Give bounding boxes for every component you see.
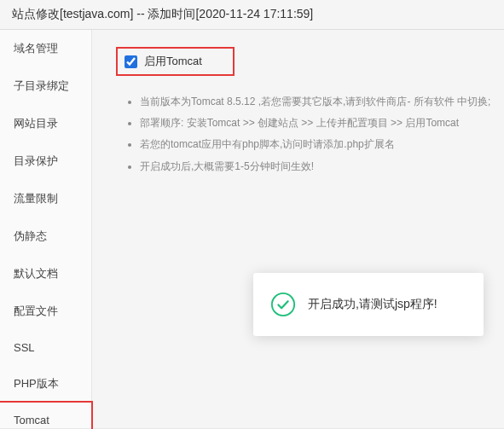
notes-list: 当前版本为Tomcat 8.5.12 ,若您需要其它版本,请到软件商店- 所有软… [116,91,504,177]
dialog-title: 站点修改[testjava.com] -- 添加时间[2020-11-24 17… [12,7,313,20]
tomcat-panel: 启用Tomcat 当前版本为Tomcat 8.5.12 ,若您需要其它版本,请到… [92,30,504,428]
sidebar-item-tomcat[interactable]: Tomcat [0,401,93,429]
note-item: 当前版本为Tomcat 8.5.12 ,若您需要其它版本,请到软件商店- 所有软… [140,91,504,113]
dialog-body: 域名管理 子目录绑定 网站目录 目录保护 流量限制 伪静态 默认文档 配置文件 … [0,30,504,428]
sidebar-item-ratelimit[interactable]: 流量限制 [0,180,91,217]
sidebar-item-label: 域名管理 [14,42,58,55]
sidebar-item-php[interactable]: PHP版本 [0,365,91,403]
sidebar-item-label: 伪静态 [14,229,47,242]
sidebar-item-label: 目录保护 [14,154,58,167]
sidebar-item-rewrite[interactable]: 伪静态 [0,217,91,255]
sidebar-item-dirprotect[interactable]: 目录保护 [0,142,91,180]
success-check-icon [270,292,296,317]
sidebar: 域名管理 子目录绑定 网站目录 目录保护 流量限制 伪静态 默认文档 配置文件 … [0,30,92,428]
sidebar-item-ssl[interactable]: SSL [0,330,91,365]
note-item: 若您的tomcat应用中有php脚本,访问时请添加.php扩展名 [140,134,504,155]
sidebar-item-sitedir[interactable]: 网站目录 [0,105,91,142]
enable-tomcat-checkbox[interactable] [125,55,137,68]
sidebar-item-config[interactable]: 配置文件 [0,293,91,330]
sidebar-item-label: 网站目录 [14,117,58,130]
sidebar-item-label: 子目录绑定 [14,79,69,92]
sidebar-item-subdir[interactable]: 子目录绑定 [0,67,91,105]
sidebar-item-label: 默认文档 [14,267,58,280]
sidebar-item-defaultdoc[interactable]: 默认文档 [0,255,91,293]
dialog-header: 站点修改[testjava.com] -- 添加时间[2020-11-24 17… [0,0,504,30]
enable-tomcat-row: 启用Tomcat [116,47,235,76]
sidebar-item-label: Tomcat [14,414,49,426]
toast-message: 开启成功,请测试jsp程序! [308,297,437,312]
enable-tomcat-label: 启用Tomcat [144,54,202,69]
note-item: 开启成功后,大概需要1-5分钟时间生效! [140,156,504,177]
success-toast: 开启成功,请测试jsp程序! [253,273,484,336]
sidebar-item-label: PHP版本 [14,377,59,390]
sidebar-item-domain[interactable]: 域名管理 [0,30,91,67]
sidebar-item-label: 流量限制 [14,192,58,205]
sidebar-item-label: 配置文件 [14,304,58,317]
sidebar-item-label: SSL [14,341,35,354]
note-item: 部署顺序: 安装Tomcat >> 创建站点 >> 上传并配置项目 >> 启用T… [140,113,504,134]
svg-point-0 [272,293,294,316]
